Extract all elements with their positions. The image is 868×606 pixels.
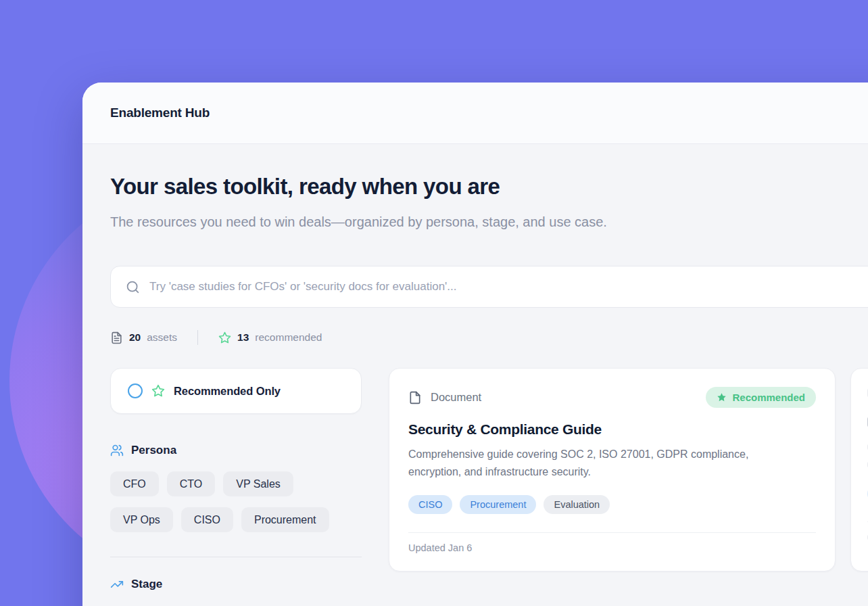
search-bar[interactable] [110,266,868,308]
card-type-label: Document [431,391,481,404]
trending-up-icon [110,578,124,591]
recommended-badge-label: Recommended [732,392,805,403]
persona-section-header: Persona [110,444,362,457]
asset-card-partial[interactable] [850,368,868,572]
users-icon [110,444,124,457]
page-title: Your sales toolkit, ready when you are [110,174,868,200]
tag-procurement: Procurement [460,495,536,514]
card-updated: Updated Jan 6 [408,542,816,553]
card-type: Document [408,391,481,404]
card-tags: CISO Procurement Evaluation [408,495,816,514]
persona-chip-vp-ops[interactable]: VP Ops [110,507,173,532]
app-title: Enablement Hub [110,106,210,120]
recommended-only-toggle[interactable]: Recommended Only [110,368,362,414]
card-footer-divider [408,532,816,533]
stage-section-header: Stage [110,578,362,591]
file-text-icon [110,331,123,344]
persona-chip-cto[interactable]: CTO [167,471,215,496]
assets-count: 20 [129,331,141,344]
search-input[interactable] [149,280,868,294]
stats-row: 20 assets 13 recommended [110,330,868,345]
sidebar-divider [110,557,362,557]
asset-card[interactable]: Document Recommended Security & Complian… [389,368,836,572]
recommended-label: recommended [255,331,322,344]
persona-chips: CFO CTO VP Sales VP Ops CISO Procurement [110,471,362,532]
tag-evaluation: Evaluation [544,495,610,514]
card-top: Document Recommended [408,387,816,408]
file-icon [408,391,422,404]
panel-body: Your sales toolkit, ready when you are T… [82,144,868,591]
filters-sidebar: Recommended Only Persona CFO CTO VP Sale… [110,368,362,591]
stage-section-label: Stage [131,578,162,591]
cards-row: Document Recommended Security & Complian… [389,368,868,572]
stats-divider [197,330,198,345]
search-icon [126,280,140,294]
persona-chip-ciso[interactable]: CISO [181,507,233,532]
recommended-badge: Recommended [706,387,816,408]
card-description: Comprehensive guide covering SOC 2, ISO … [408,446,756,481]
page-subtitle: The resources you need to win deals—orga… [110,210,621,233]
persona-chip-cfo[interactable]: CFO [110,471,159,496]
radio-circle-icon[interactable] [128,383,143,398]
tag-ciso: CISO [408,495,452,514]
persona-section-label: Persona [131,444,176,457]
persona-chip-procurement[interactable]: Procurement [241,507,329,532]
recommended-stat: 13 recommended [218,331,322,344]
persona-chip-vp-sales[interactable]: VP Sales [223,471,293,496]
recommended-count: 13 [237,331,249,344]
assets-label: assets [147,331,177,344]
star-icon [151,384,165,398]
star-icon [717,392,727,402]
app-panel: Enablement Hub Your sales toolkit, ready… [82,83,868,606]
panel-header: Enablement Hub [82,83,868,144]
main-grid: Recommended Only Persona CFO CTO VP Sale… [110,368,868,591]
assets-stat: 20 assets [110,331,177,344]
star-icon [218,331,231,344]
recommended-only-label: Recommended Only [174,385,281,398]
page: Enablement Hub Your sales toolkit, ready… [0,0,868,606]
card-title: Security & Compliance Guide [408,421,816,438]
